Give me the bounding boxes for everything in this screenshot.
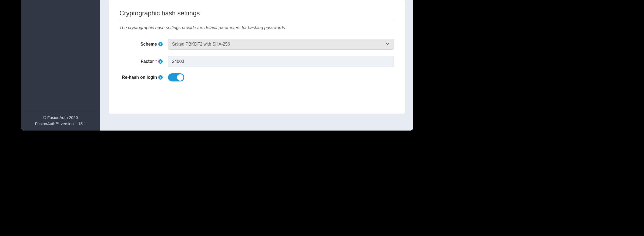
info-icon[interactable]: i [158,59,163,64]
factor-label-text: Factor [141,59,154,64]
scheme-label-text: Scheme [140,42,157,47]
rehash-label: Re-hash on login i [119,75,168,80]
sidebar: © FusionAuth 2020 FusionAuth™ version 1.… [21,0,100,131]
scheme-select[interactable]: Salted PBKDF2 with SHA-256 [168,39,394,50]
version-text: FusionAuth™ version 1.15.1 [21,121,100,127]
scheme-label: Scheme i [119,42,168,47]
info-icon[interactable]: i [158,75,163,80]
section-description: The cryptographic hash settings provide … [119,25,394,30]
rehash-toggle[interactable] [168,73,184,81]
rehash-row: Re-hash on login i [119,73,394,81]
sidebar-footer: © FusionAuth 2020 FusionAuth™ version 1.… [21,111,100,131]
copyright-text: © FusionAuth 2020 [21,114,100,121]
main-area: Cryptographic hash settings The cryptogr… [100,0,413,131]
toggle-knob [177,74,183,81]
app-container: © FusionAuth 2020 FusionAuth™ version 1.… [21,0,413,131]
scheme-selected-value: Salted PBKDF2 with SHA-256 [172,42,230,47]
section-title: Cryptographic hash settings [119,9,394,20]
chevron-down-icon [386,42,390,46]
info-icon[interactable]: i [158,42,163,46]
factor-control-wrap [168,56,394,67]
factor-input[interactable] [168,56,394,67]
factor-row: Factor* i [119,56,394,67]
rehash-control-wrap [168,73,394,81]
required-asterisk: * [155,59,157,64]
scheme-row: Scheme i Salted PBKDF2 with SHA-256 [119,39,394,50]
settings-panel: Cryptographic hash settings The cryptogr… [109,0,405,114]
factor-label: Factor* i [119,59,168,64]
rehash-label-text: Re-hash on login [122,75,157,80]
scheme-control-wrap: Salted PBKDF2 with SHA-256 [168,39,394,50]
